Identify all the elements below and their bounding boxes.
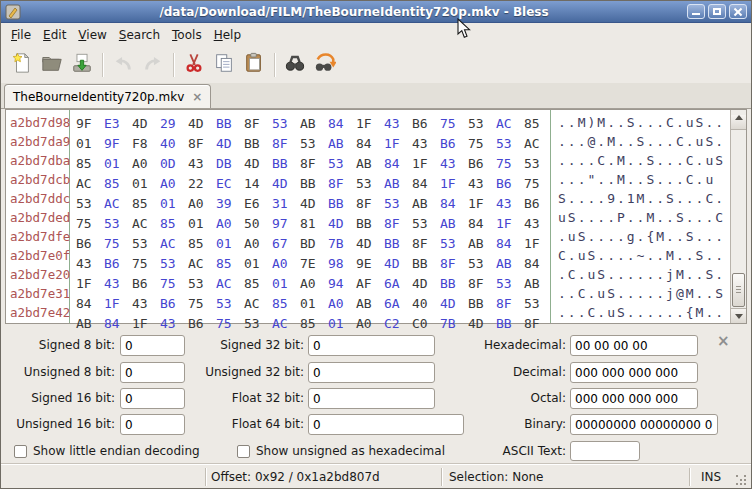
hex-byte[interactable]: EC	[216, 174, 244, 193]
ascii-column[interactable]: ..M)M..S...C.uS.....@.M..S...C.uS.....C.…	[550, 110, 730, 323]
hex-byte[interactable]: 01	[188, 214, 216, 233]
ascii-row[interactable]: ..C.uS.....j@M..S	[558, 284, 730, 303]
hex-byte[interactable]: 39	[216, 194, 244, 213]
hex-byte[interactable]: AC	[216, 274, 244, 293]
hex-byte[interactable]: BB	[216, 114, 244, 133]
hex-byte[interactable]: 43	[104, 274, 132, 293]
hex-byte[interactable]: 53	[468, 114, 496, 133]
hex-byte[interactable]: 01	[76, 134, 104, 153]
hex-byte[interactable]: 53	[328, 154, 356, 173]
hex-byte[interactable]: BD	[300, 234, 328, 253]
hex-byte[interactable]: 8F	[384, 214, 412, 233]
hex-byte[interactable]: 1F	[468, 194, 496, 213]
hex-byte[interactable]: AB	[468, 234, 496, 253]
hex-byte[interactable]: 1F	[412, 154, 440, 173]
hex-byte[interactable]: A0	[188, 194, 216, 213]
hex-byte[interactable]: A0	[300, 274, 328, 293]
hex-byte[interactable]: 81	[300, 214, 328, 233]
hex-byte[interactable]: 9F	[104, 134, 132, 153]
hex-byte[interactable]: 6A	[384, 294, 412, 313]
hex-byte[interactable]: 53	[160, 254, 188, 273]
hex-byte[interactable]: 43	[496, 194, 524, 213]
binary-field[interactable]	[570, 414, 718, 435]
hex-byte[interactable]: 8F	[272, 134, 300, 153]
hex-byte[interactable]: AF	[356, 274, 384, 293]
hex-byte[interactable]: 4D	[328, 214, 356, 233]
hex-byte[interactable]: 4D	[412, 274, 440, 293]
hex-byte[interactable]: 01	[132, 174, 160, 193]
hex-byte[interactable]: 67	[272, 234, 300, 253]
ascii-row[interactable]: ..."..M..S...C.u	[558, 170, 730, 189]
hex-byte[interactable]: B6	[468, 154, 496, 173]
hex-byte[interactable]: 40	[412, 294, 440, 313]
hex-byte[interactable]: 85	[244, 274, 272, 293]
toolbar-copy-button[interactable]	[209, 51, 239, 79]
hex-byte[interactable]: AC	[188, 254, 216, 273]
hex-byte[interactable]: 84	[524, 254, 552, 273]
hex-byte[interactable]: 01	[104, 154, 132, 173]
hex-byte[interactable]: B6	[496, 174, 524, 193]
hex-byte[interactable]: 84	[356, 134, 384, 153]
hex-byte[interactable]: 85	[104, 174, 132, 193]
vertical-scrollbar[interactable]	[730, 110, 746, 323]
hex-byte[interactable]: 01	[216, 234, 244, 253]
hex-byte[interactable]: 01	[272, 274, 300, 293]
hex-byte[interactable]: 1F	[384, 134, 412, 153]
hex-byte[interactable]: 85	[524, 114, 552, 133]
hex-byte[interactable]: 1F	[356, 114, 384, 133]
hex-byte[interactable]: 8F	[468, 274, 496, 293]
hex-byte[interactable]: 53	[468, 254, 496, 273]
hex-byte[interactable]: B6	[440, 134, 468, 153]
hex-byte[interactable]: 4D	[244, 154, 272, 173]
hex-byte[interactable]: 0D	[160, 154, 188, 173]
hex-byte[interactable]: 8F	[356, 194, 384, 213]
hex-byte[interactable]: 4D	[216, 134, 244, 153]
hex-byte[interactable]: 53	[272, 114, 300, 133]
toolbar-save-file-button[interactable]	[67, 51, 97, 79]
hex-byte[interactable]: 1F	[76, 274, 104, 293]
hex-byte[interactable]: 8F	[412, 234, 440, 253]
hex-byte[interactable]: 4D	[300, 194, 328, 213]
hex-byte[interactable]: 85	[272, 294, 300, 313]
hex-byte[interactable]: 43	[524, 214, 552, 233]
hex-byte[interactable]: AB	[440, 214, 468, 233]
hex-byte[interactable]: F8	[132, 134, 160, 153]
hex-byte[interactable]: B6	[524, 194, 552, 213]
hex-byte[interactable]: A0	[244, 234, 272, 253]
hex-byte[interactable]: A0	[160, 174, 188, 193]
tab-thebourneidentity[interactable]: TheBourneIdentity720p.mkv ×	[4, 84, 211, 108]
hex-byte[interactable]: 84	[468, 214, 496, 233]
hex-byte[interactable]: DB	[216, 154, 244, 173]
hex-byte[interactable]: AC	[496, 114, 524, 133]
hex-byte[interactable]: AC	[524, 134, 552, 153]
hex-byte[interactable]: AB	[300, 114, 328, 133]
hex-byte[interactable]: 53	[412, 214, 440, 233]
hex-byte[interactable]: BB	[468, 294, 496, 313]
ascii-row[interactable]: uS....P..M..S...C	[558, 208, 730, 227]
hex-byte[interactable]: 75	[524, 174, 552, 193]
hex-byte[interactable]: 4D	[132, 114, 160, 133]
hex-byte[interactable]: 75	[160, 274, 188, 293]
hex-byte[interactable]: 8F	[300, 154, 328, 173]
ascii-row[interactable]: ...@.M..S...C.uS.	[558, 132, 730, 151]
hex-byte[interactable]: AB	[328, 134, 356, 153]
hex-byte[interactable]: 9E	[356, 254, 384, 273]
hex-byte[interactable]: AB	[524, 274, 552, 293]
hex-byte[interactable]: A0	[216, 214, 244, 233]
menu-search[interactable]: Search	[113, 25, 166, 45]
octal-field[interactable]	[570, 388, 698, 409]
hex-byte[interactable]: E6	[244, 194, 272, 213]
ascii-row[interactable]: .C.uS......jM..S.	[558, 265, 730, 284]
panel-close-icon[interactable]: ×	[717, 334, 730, 349]
hex-byte[interactable]: 85	[160, 214, 188, 233]
hex-byte[interactable]: 8F	[328, 174, 356, 193]
hex-byte[interactable]: E3	[104, 114, 132, 133]
toolbar-undo-button[interactable]	[108, 51, 138, 79]
hex-byte[interactable]: 53	[524, 154, 552, 173]
menu-view[interactable]: View	[72, 25, 112, 45]
hex-byte[interactable]: BB	[272, 154, 300, 173]
scroll-down-button[interactable]	[731, 308, 746, 323]
hex-byte[interactable]: B6	[76, 234, 104, 253]
hex-byte[interactable]: 75	[468, 134, 496, 153]
ascii-row[interactable]: ....C.M..S...C.uS	[558, 151, 730, 170]
